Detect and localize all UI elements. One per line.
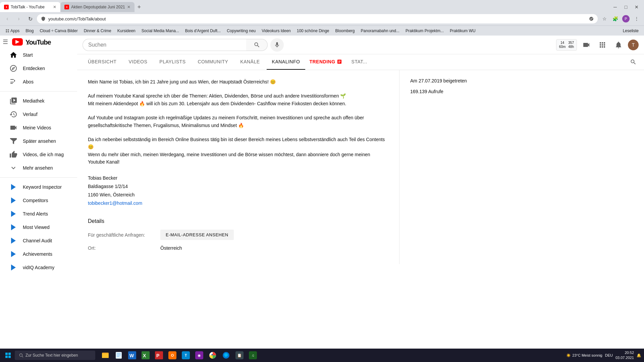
minimize-button[interactable]: ─	[610, 2, 620, 12]
sidebar-item-keyword-inspector[interactable]: Keyword Inspector	[3, 180, 74, 194]
svg-rect-5	[8, 29, 9, 31]
sidebar-mediathek-label: Mediathek	[23, 98, 45, 104]
taskbar-file-explorer[interactable]	[99, 349, 111, 361]
tab-1[interactable]: TobiTalk - YouTube ✕	[0, 2, 60, 12]
contact-city: 1160 Wien, Österreich	[88, 191, 388, 199]
back-button[interactable]: ‹	[3, 14, 12, 23]
bookmark-social-media[interactable]: Social Media Mana...	[139, 28, 182, 34]
windows-start-button[interactable]	[3, 350, 13, 361]
close-button[interactable]: ✕	[632, 2, 641, 12]
sidebar-item-competitors[interactable]: Competitors	[3, 194, 74, 207]
bookmark-bois[interactable]: Bois d'Argent Duft...	[182, 28, 223, 34]
nav-playlists[interactable]: PLAYLISTS	[154, 54, 191, 70]
tab-2-close[interactable]: ✕	[127, 5, 130, 9]
bookmark-videokurs[interactable]: Videokurs Ideen	[259, 28, 293, 34]
taskbar-app-6[interactable]: T	[180, 349, 192, 361]
sidebar-item-channel-audit[interactable]: Channel Audit	[3, 234, 74, 247]
hamburger-menu-button[interactable]: ☰	[3, 38, 8, 46]
search-container	[83, 38, 284, 52]
taskbar-chrome[interactable]	[207, 349, 219, 361]
new-tab-button[interactable]: +	[135, 2, 144, 12]
svg-marker-10	[11, 211, 16, 217]
taskbar-app-8[interactable]: 📋	[233, 349, 246, 361]
bookmark-praktikum-wu[interactable]: Praktikum WU	[447, 28, 478, 34]
tab-2[interactable]: Aktien Depotupdate Juni 2021 ✕	[60, 2, 135, 12]
nav-stat[interactable]: STAT...	[346, 54, 373, 70]
sidebar-item-mehr-ansehen[interactable]: Mehr ansehen	[3, 161, 74, 175]
forward-button[interactable]: ›	[14, 14, 23, 23]
sidebar-item-mediathek[interactable]: Mediathek	[3, 94, 74, 108]
bookmark-panorama[interactable]: Panoramabahn und...	[358, 28, 402, 34]
sidebar-item-achievements[interactable]: Achievements	[3, 247, 74, 261]
bookmark-100-dinge[interactable]: 100 schöne Dinge	[294, 28, 332, 34]
address-bar[interactable]: youtube.com/c/TobiTalk/about	[37, 14, 598, 23]
taskbar-search-placeholder: Zur Suche Text hier eingeben	[25, 353, 78, 358]
profile-button[interactable]: P	[621, 14, 631, 23]
sidebar-item-liked-videos[interactable]: Videos, die ich mag	[3, 148, 74, 161]
bookmark-kursideen[interactable]: Kursideen	[115, 28, 138, 34]
taskbar-excel[interactable]: X	[140, 349, 152, 361]
svg-text:X: X	[143, 353, 146, 358]
sidebar-item-abos[interactable]: Abos	[3, 75, 74, 88]
sidebar-item-start[interactable]: Start	[3, 48, 74, 62]
svg-marker-9	[11, 197, 16, 203]
youtube-play-icon	[15, 40, 19, 44]
taskbar-files[interactable]	[113, 349, 125, 361]
taskbar-app-7[interactable]: ◉	[193, 349, 205, 361]
leseliste-button[interactable]: Leseliste	[620, 28, 641, 34]
nav-videos[interactable]: VIDEOS	[123, 54, 153, 70]
bookmark-dinner[interactable]: Dinner & Crime	[81, 28, 114, 34]
notifications-button[interactable]	[612, 38, 625, 52]
sidebar-competitors-label: Competitors	[23, 198, 48, 203]
taskbar-clock: 20:52 03.07.2021	[615, 350, 634, 361]
youtube-logo[interactable]: YouTube AT	[12, 38, 51, 46]
sidebar-item-verlauf[interactable]: Verlauf	[3, 108, 74, 121]
nav-community[interactable]: COMMUNITY	[192, 54, 233, 70]
sidebar-item-trend-alerts[interactable]: Trend Alerts	[3, 207, 74, 221]
email-reveal-button[interactable]: E-MAIL-ADRESSE ANSEHEN	[160, 230, 234, 240]
main-content-area: 14 60m 357 48h T	[77, 36, 644, 362]
svg-marker-13	[11, 251, 16, 257]
tab-1-close[interactable]: ✕	[53, 5, 56, 9]
extensions-button[interactable]: 🧩	[610, 14, 620, 23]
sidebar-item-spaeter-ansehen[interactable]: Später ansehen	[3, 134, 74, 148]
search-button[interactable]	[246, 39, 268, 51]
user-avatar[interactable]: T	[628, 40, 639, 50]
bookmark-blog[interactable]: Blog	[23, 28, 36, 34]
sidebar-item-most-viewed[interactable]: Most Viewed	[3, 221, 74, 234]
bookmark-praktikum-pm[interactable]: Praktikum Projektm...	[403, 28, 446, 34]
taskbar-app-9[interactable]: ♫	[247, 349, 259, 361]
timer-display: 14 60m	[559, 41, 566, 49]
taskbar-search[interactable]: Zur Suche Text hier eingeben	[15, 351, 95, 360]
svg-rect-17	[5, 356, 8, 358]
bookmark-copywriting[interactable]: Copywriting neu	[224, 28, 258, 34]
sidebar-item-entdecken[interactable]: Entdecken	[3, 62, 74, 75]
taskbar-word[interactable]: W	[126, 349, 138, 361]
taskbar-system-icons[interactable]: DEU	[605, 353, 613, 357]
bookmark-button[interactable]: ☆	[600, 14, 609, 23]
taskbar-app-5[interactable]: O	[166, 349, 178, 361]
taskbar-edge[interactable]	[220, 349, 232, 361]
search-input[interactable]	[83, 39, 246, 51]
nav-kanale[interactable]: KANÄLE	[235, 54, 265, 70]
sidebar-item-meine-videos[interactable]: Meine Videos	[3, 121, 74, 134]
vidiq-timer-badge: 14 60m 357 48h	[556, 39, 577, 51]
nav-ubersicht[interactable]: ÜBERSICHT	[83, 54, 122, 70]
nav-search-button[interactable]	[628, 57, 639, 67]
nav-kanalinfo[interactable]: KANALINFO	[267, 54, 306, 70]
contact-info: Tobias Becker Baldiagasse 1/2/14 1160 Wi…	[88, 174, 388, 208]
notification-area[interactable]: 🔔	[637, 353, 641, 358]
maximize-button[interactable]: □	[621, 2, 631, 12]
apps-button[interactable]	[596, 38, 609, 52]
bookmark-apps[interactable]: Apps	[3, 28, 22, 34]
voice-search-button[interactable]	[270, 38, 284, 52]
about-paragraph-3: Auf Youtube und Instagram poste ich rege…	[88, 114, 388, 129]
sidebar-item-vidiq-academy[interactable]: vidIQ Academy	[3, 261, 74, 274]
menu-button[interactable]: ⋮	[632, 14, 641, 23]
reload-button[interactable]: ↻	[25, 14, 35, 23]
upload-button[interactable]	[580, 38, 593, 52]
bookmark-canva[interactable]: Cloud ÷ Canva Bilder	[37, 28, 80, 34]
nav-trending[interactable]: TRENDING	[307, 59, 344, 65]
bookmark-bloomberg[interactable]: Bloomberg	[333, 28, 358, 34]
taskbar-powerpoint[interactable]: P	[153, 349, 165, 361]
